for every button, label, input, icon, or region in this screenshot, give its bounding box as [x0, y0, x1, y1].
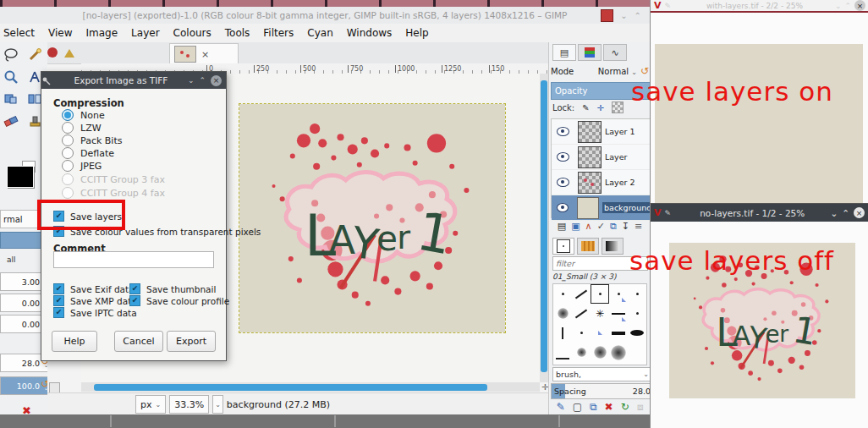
radio-icon[interactable]	[62, 160, 74, 172]
brush-swatch[interactable]	[628, 323, 646, 343]
image-tab[interactable]: ×	[169, 43, 239, 64]
visibility-eye-icon[interactable]	[557, 178, 569, 187]
unshade-icon[interactable]: ⌃	[844, 2, 851, 10]
brush-swatch[interactable]	[591, 343, 609, 362]
brush-swatch[interactable]	[609, 284, 628, 304]
radio-icon[interactable]	[62, 134, 74, 146]
eraser-tool-icon[interactable]	[2, 112, 20, 130]
menu-help[interactable]: Help	[405, 27, 428, 39]
raise-layer-icon[interactable]: ∧	[585, 221, 592, 232]
foreground-colour-swatch[interactable]	[7, 166, 34, 188]
brush-swatch[interactable]	[628, 343, 646, 362]
spacing-slider[interactable]: Spacing 28.0	[551, 383, 654, 399]
maximize-icon[interactable]: ⌃	[635, 11, 641, 20]
mode-dropdown[interactable]: Normal ⌄	[598, 67, 637, 76]
radio-none[interactable]: None	[62, 109, 105, 121]
tab-channels[interactable]	[578, 44, 602, 61]
brush-select-dropdown[interactable]: brush,⌄	[552, 367, 652, 381]
save-colour-profile-checkbox[interactable]: ✔ Save colour profile	[129, 295, 229, 306]
help-button[interactable]: Help	[52, 331, 97, 352]
menu-image[interactable]: Image	[86, 27, 118, 39]
brush-swatch[interactable]: ✳	[591, 304, 609, 323]
vertical-scrollbar[interactable]	[540, 74, 548, 382]
new-layer-icon[interactable]: ▤	[558, 221, 566, 232]
visibility-eye-icon[interactable]	[557, 127, 569, 136]
taskbar[interactable]	[0, 414, 650, 428]
layer-row[interactable]: Layer	[552, 145, 650, 170]
brush-swatch[interactable]	[591, 323, 609, 343]
checkbox-icon[interactable]: ✔	[129, 295, 140, 306]
new-group-icon[interactable]: ▣	[571, 221, 580, 232]
duplicate-brush-icon[interactable]: ⧉	[590, 401, 597, 413]
zoom-dropdown-icon[interactable]: ⌄	[212, 395, 223, 414]
menu-tools[interactable]: Tools	[225, 27, 250, 39]
close-tab-icon[interactable]: ×	[201, 49, 209, 60]
open-as-image-icon[interactable]: ⧈	[637, 401, 644, 413]
delete-layer-icon[interactable]: ≡	[635, 221, 642, 232]
brush-swatch[interactable]	[628, 284, 646, 304]
tab-layers[interactable]: ▤	[552, 44, 576, 61]
radio-deflate[interactable]: Deflate	[62, 147, 114, 159]
tab-paths[interactable]: ∿	[603, 44, 627, 61]
brush-swatch[interactable]	[572, 323, 591, 343]
duplicate-layer-icon[interactable]: ⧉	[610, 221, 617, 232]
minimize-icon[interactable]: ⌄	[620, 11, 627, 20]
close-icon[interactable]: ×	[854, 0, 865, 11]
edit-brush-icon[interactable]: ✎	[557, 401, 565, 413]
tab-brushes[interactable]	[552, 238, 574, 255]
free-select-tool-icon[interactable]	[2, 46, 20, 64]
lock-position-icon[interactable]: ✛	[597, 103, 604, 112]
radio-lzw[interactable]: LZW	[62, 122, 102, 134]
horizontal-scrollbar[interactable]	[81, 382, 540, 392]
close-dialog-icon[interactable]: ×	[211, 75, 222, 86]
export-button[interactable]: Export	[167, 331, 216, 352]
pin-icon[interactable]: ✎	[665, 209, 672, 217]
close-icon[interactable]: ×	[854, 207, 865, 218]
checkbox-icon[interactable]: ✔	[129, 283, 140, 294]
visibility-eye-icon[interactable]	[557, 152, 569, 162]
brush-swatch[interactable]	[572, 343, 591, 362]
layer-row[interactable]: Layer 1	[552, 119, 650, 145]
unshade-icon[interactable]: ⌃	[842, 208, 849, 218]
canvas-image[interactable]	[239, 104, 505, 332]
delete-brush-icon[interactable]: ✖	[605, 401, 613, 413]
brush-swatch[interactable]	[609, 323, 628, 343]
brush-swatch[interactable]	[553, 343, 572, 362]
refresh-brushes-icon[interactable]: ↻	[621, 401, 629, 413]
brush-swatch[interactable]	[553, 284, 572, 304]
brush-swatch-selected[interactable]	[591, 284, 609, 304]
menu-select[interactable]: Select	[3, 27, 35, 39]
unshade-icon[interactable]: ⌃	[199, 76, 206, 85]
shade-icon[interactable]: ⌄	[188, 76, 195, 85]
save-thumbnail-checkbox[interactable]: ✔ Save thumbnail	[129, 283, 216, 294]
zoom-tool-icon[interactable]	[2, 68, 20, 86]
layer-row-selected[interactable]: background	[552, 195, 650, 221]
close-icon[interactable]	[601, 9, 613, 22]
shade-icon[interactable]: ⌄	[830, 208, 838, 218]
unit-dropdown[interactable]: px⌄	[135, 395, 166, 414]
radio-jpeg[interactable]: JPEG	[62, 160, 102, 172]
menu-layer[interactable]: Layer	[131, 27, 159, 39]
radio-icon[interactable]	[62, 147, 74, 159]
layer-row[interactable]: Layer 2	[552, 170, 650, 195]
save-exif-checkbox[interactable]: ✔ Save Exif data	[53, 283, 135, 294]
pin-icon[interactable]: ✎	[665, 2, 672, 10]
brush-swatch[interactable]	[553, 323, 572, 343]
radio-icon[interactable]	[62, 122, 74, 134]
tab-patterns[interactable]	[577, 238, 599, 255]
brush-swatch[interactable]	[628, 304, 646, 323]
menu-cyan[interactable]: Cyan	[307, 27, 332, 39]
save-xmp-checkbox[interactable]: ✔ Save XMP data	[53, 295, 137, 306]
cancel-button[interactable]: Cancel	[114, 331, 163, 352]
radio-packbits[interactable]: Pack Bits	[62, 134, 122, 146]
lower-layer-icon[interactable]: ✓	[597, 221, 605, 232]
fuzzy-select-tool-icon[interactable]	[25, 46, 44, 64]
checkbox-icon[interactable]: ✔	[53, 283, 64, 294]
brush-swatch[interactable]	[572, 284, 591, 304]
save-iptc-checkbox[interactable]: ✔ Save IPTC data	[53, 307, 137, 318]
checkbox-icon[interactable]: ✔	[53, 295, 64, 306]
lock-alpha-icon[interactable]	[612, 102, 624, 113]
menu-colours[interactable]: Colours	[173, 27, 212, 39]
brush-swatch[interactable]	[609, 343, 628, 362]
menu-filters[interactable]: Filters	[263, 27, 294, 39]
